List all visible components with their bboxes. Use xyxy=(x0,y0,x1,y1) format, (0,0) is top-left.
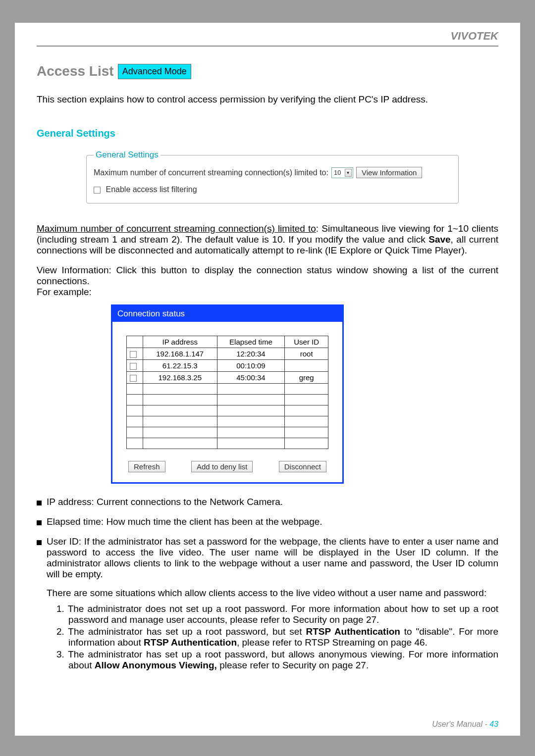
general-settings-fieldset: General Settings Maximum number of concu… xyxy=(86,150,459,203)
list-item: User ID: If the administrator has set a … xyxy=(37,536,498,672)
enable-filter-row: Enable access list filtering xyxy=(94,185,451,194)
bullet-ip: IP address: Current connections to the N… xyxy=(47,497,283,507)
bullet-elapsed: Elapsed time: How much time the client h… xyxy=(47,516,322,527)
list-item: IP address: Current connections to the N… xyxy=(37,497,498,507)
bullet-list: IP address: Current connections to the N… xyxy=(37,497,498,672)
maxconn-save: Save xyxy=(428,234,450,245)
chevron-down-icon: ▾ xyxy=(345,169,352,177)
row-checkbox[interactable] xyxy=(130,351,137,358)
page-content: Access List Advanced Mode This section e… xyxy=(37,47,498,672)
table-row xyxy=(127,384,328,395)
max-connections-select[interactable]: 10 ▾ xyxy=(331,167,353,178)
cell-user: root xyxy=(285,348,328,360)
page-title: Access List xyxy=(37,63,114,79)
maxconn-lead: Maximum number of concurrent streaming c… xyxy=(37,223,316,234)
viewinfo-example: For example: xyxy=(37,287,92,297)
table-header-row: IP address Elapsed time User ID xyxy=(127,336,328,348)
list-item: Elapsed time: How much time the client h… xyxy=(37,516,498,527)
cell-user: greg xyxy=(285,372,328,384)
viewinfo-lead: View Information xyxy=(37,265,109,275)
row-checkbox[interactable] xyxy=(130,375,137,382)
row-checkbox[interactable] xyxy=(130,363,137,370)
page-footer: User's Manual - 43 xyxy=(432,720,498,729)
square-bullet-icon xyxy=(37,540,42,545)
max-connections-row: Maximum number of concurrent streaming c… xyxy=(94,167,451,178)
table-row: 192.168.1.147 12:20:34 root xyxy=(127,348,328,360)
page-header: VIVOTEK xyxy=(37,23,498,47)
cell-ip: 61.22.15.3 xyxy=(143,360,217,372)
connection-status-body: IP address Elapsed time User ID 192.168.… xyxy=(112,322,342,482)
table-row: 192.168.3.25 45:00:34 greg xyxy=(127,372,328,384)
section-heading: General Settings xyxy=(37,128,498,139)
table-row xyxy=(127,438,328,449)
page-number: 43 xyxy=(489,720,498,728)
table-row xyxy=(127,427,328,438)
footer-label: User's Manual - xyxy=(432,720,489,728)
connection-status-title: Connection status xyxy=(112,306,342,322)
paragraph-view-information: View Information: Click this button to d… xyxy=(37,265,498,298)
title-row: Access List Advanced Mode xyxy=(37,63,498,79)
col-checkbox xyxy=(127,336,143,348)
paragraph-max-connections: Maximum number of concurrent streaming c… xyxy=(37,223,498,256)
view-information-button[interactable]: View Information xyxy=(356,167,422,178)
square-bullet-icon xyxy=(37,501,42,505)
fieldset-legend: General Settings xyxy=(94,150,160,160)
cell-time: 45:00:34 xyxy=(217,372,285,384)
cell-time: 12:20:34 xyxy=(217,348,285,360)
connection-status-panel: Connection status IP address Elapsed tim… xyxy=(111,304,344,484)
numbered-item: 3. The administrator has set up a root p… xyxy=(56,649,498,671)
table-row xyxy=(127,416,328,427)
cell-ip: 192.168.3.25 xyxy=(143,372,217,384)
general-settings-panel: General Settings Maximum number of concu… xyxy=(86,150,459,203)
connection-buttons: Refresh Add to deny list Disconnect xyxy=(126,461,328,472)
max-connections-label: Maximum number of concurrent streaming c… xyxy=(94,168,328,177)
table-row xyxy=(127,395,328,405)
intro-text: This section explains how to control acc… xyxy=(37,94,498,105)
square-bullet-icon xyxy=(37,520,42,525)
enable-filter-label: Enable access list filtering xyxy=(106,185,197,194)
add-to-deny-button[interactable]: Add to deny list xyxy=(191,461,253,472)
numbered-item: 2. The administrator has set up a root p… xyxy=(56,626,498,648)
bullet-userid-block: User ID: If the administrator has set a … xyxy=(47,536,498,672)
col-userid: User ID xyxy=(285,336,328,348)
refresh-button[interactable]: Refresh xyxy=(128,461,165,472)
document-page: VIVOTEK Access List Advanced Mode This s… xyxy=(15,23,520,736)
table-row xyxy=(127,405,328,416)
select-value: 10 xyxy=(334,169,341,176)
table-row: 61.22.15.3 00:10:09 xyxy=(127,360,328,372)
cell-ip: 192.168.1.147 xyxy=(143,348,217,360)
numbered-list: 1. The administrator does not set up a r… xyxy=(47,604,498,671)
cell-time: 00:10:09 xyxy=(217,360,285,372)
connection-table: IP address Elapsed time User ID 192.168.… xyxy=(126,336,328,449)
col-elapsed: Elapsed time xyxy=(217,336,285,348)
numbered-item: 1. The administrator does not set up a r… xyxy=(56,604,498,625)
enable-filter-checkbox[interactable] xyxy=(94,187,101,194)
col-ip: IP address xyxy=(143,336,217,348)
bullet-userid: User ID: If the administrator has set a … xyxy=(47,536,498,579)
brand-label: VIVOTEK xyxy=(450,30,498,42)
cell-user xyxy=(285,360,328,372)
disconnect-button[interactable]: Disconnect xyxy=(279,461,326,472)
mode-badge: Advanced Mode xyxy=(118,64,191,79)
situations-intro: There are some situations which allow cl… xyxy=(47,588,498,599)
